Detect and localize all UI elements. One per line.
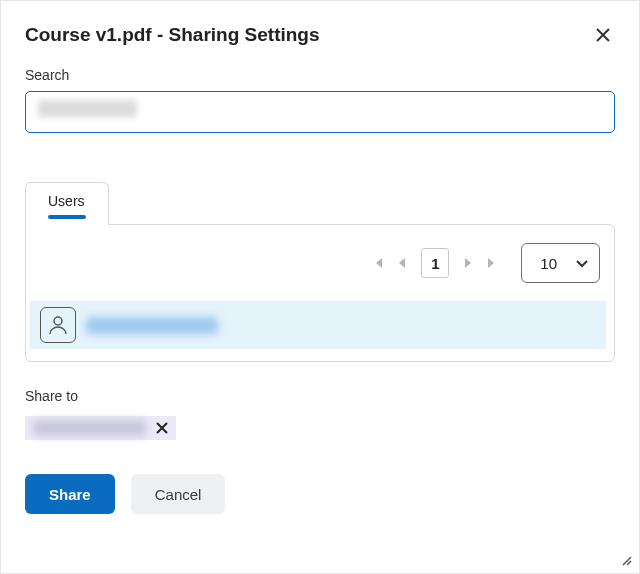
page-first-icon bbox=[372, 257, 384, 269]
tab-users[interactable]: Users bbox=[25, 182, 109, 225]
tabs-container: Users 1 10 bbox=[25, 181, 615, 362]
scroll-spacer bbox=[25, 514, 615, 557]
chevron-down-icon bbox=[575, 256, 589, 270]
user-name: █████ ███████ bbox=[86, 317, 218, 334]
share-button[interactable]: Share bbox=[25, 474, 115, 514]
users-panel: 1 10 █████ ███████ bbox=[25, 224, 615, 362]
page-last-icon bbox=[486, 257, 498, 269]
search-input[interactable]: ██████████ bbox=[25, 91, 615, 133]
tab-users-label: Users bbox=[48, 193, 86, 209]
footer-actions: Share Cancel bbox=[25, 474, 615, 514]
share-chip: █████████ ██ bbox=[25, 416, 176, 440]
share-to-section: Share to █████████ ██ bbox=[25, 388, 615, 440]
avatar bbox=[40, 307, 76, 343]
page-next-button[interactable] bbox=[459, 251, 477, 275]
page-prev-icon bbox=[396, 257, 408, 269]
page-size-value: 10 bbox=[540, 255, 557, 272]
dialog-title: Course v1.pdf - Sharing Settings bbox=[25, 24, 320, 46]
page-current[interactable]: 1 bbox=[421, 248, 449, 278]
close-icon bbox=[595, 27, 611, 43]
share-chip-text: █████████ ██ bbox=[33, 420, 146, 436]
cancel-button[interactable]: Cancel bbox=[131, 474, 226, 514]
close-button[interactable] bbox=[591, 23, 615, 47]
page-last-button[interactable] bbox=[483, 251, 501, 275]
dialog-header: Course v1.pdf - Sharing Settings bbox=[1, 1, 639, 57]
close-icon bbox=[155, 421, 169, 435]
search-input-value: ██████████ bbox=[38, 100, 137, 117]
user-row[interactable]: █████ ███████ bbox=[30, 301, 606, 349]
chip-remove-button[interactable] bbox=[154, 420, 170, 436]
dialog-body-scroll[interactable]: Search ██████████ Users 1 bbox=[1, 57, 639, 557]
page-first-button[interactable] bbox=[369, 251, 387, 275]
tab-active-indicator bbox=[48, 215, 86, 219]
search-label: Search bbox=[25, 67, 615, 83]
pagination-row: 1 10 bbox=[26, 225, 614, 301]
svg-point-0 bbox=[54, 317, 62, 325]
share-to-label: Share to bbox=[25, 388, 615, 404]
page-size-select[interactable]: 10 bbox=[521, 243, 600, 283]
tab-row: Users bbox=[25, 181, 615, 224]
page-next-icon bbox=[462, 257, 474, 269]
user-icon bbox=[46, 313, 70, 337]
page-prev-button[interactable] bbox=[393, 251, 411, 275]
